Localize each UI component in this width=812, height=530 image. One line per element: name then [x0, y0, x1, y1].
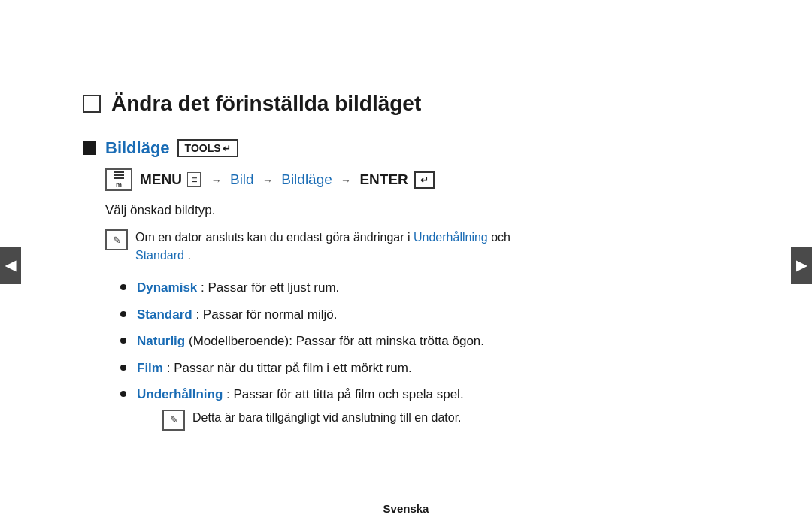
note1-mid: och: [491, 231, 511, 244]
arrow1: →: [211, 174, 222, 186]
bullet-link-0: Dynamisk: [137, 280, 197, 295]
enter-label: ENTER: [359, 171, 408, 187]
sub-note-icon: ✎: [162, 410, 185, 431]
menu-icon: m: [105, 168, 132, 191]
note-icon: ✎: [105, 229, 128, 250]
note1-link1: Underhållning: [414, 231, 488, 244]
bullet-link-1: Standard: [137, 307, 192, 322]
bullet-dot-icon: [120, 311, 126, 317]
list-item: Standard : Passar för normal miljö.: [120, 305, 729, 325]
tools-label: TOOLS: [185, 142, 221, 154]
bullet-text: Standard : Passar för normal miljö.: [137, 305, 337, 325]
sub-note-text: Detta är bara tillgängligt vid anslutnin…: [192, 409, 462, 427]
note1-link2: Standard: [135, 249, 184, 262]
page-title-row: Ändra det förinställda bildläget: [83, 92, 729, 116]
checkbox-icon: [83, 95, 101, 113]
menu-nav-text: MENU ≡ → Bild → Bildläge → ENTER ↵: [140, 171, 435, 189]
section-title: Bildläge: [105, 138, 170, 158]
black-square-icon: [83, 141, 96, 155]
tools-return-icon: ↵: [223, 143, 231, 154]
bullet-desc-3: : Passar när du tittar på film i ett mör…: [167, 361, 412, 375]
list-item: Dynamisk : Passar för ett ljust rum.: [120, 278, 729, 298]
list-item: Film : Passar när du tittar på film i et…: [120, 359, 729, 378]
bullet-link-4: Underhållning: [137, 387, 223, 401]
section-header-row: Bildläge TOOLS ↵: [83, 138, 729, 158]
page-container: ◀ ▶ Ändra det förinställda bildläget Bil…: [0, 0, 812, 530]
bullet-dot-icon: [120, 284, 126, 290]
bullet-dot-icon: [120, 365, 126, 371]
note1-text-start: Om en dator ansluts kan du endast göra ä…: [135, 231, 411, 244]
note1-row: ✎ Om en dator ansluts kan du endast göra…: [105, 229, 729, 265]
main-content: Ändra det förinställda bildläget Bildläg…: [68, 62, 744, 468]
left-nav-arrow[interactable]: ◀: [0, 247, 21, 284]
bullet-dot-icon: [120, 391, 126, 397]
bullet-text: Film : Passar när du tittar på film i et…: [137, 359, 412, 378]
menu-label: MENU: [140, 171, 182, 187]
note1-text: Om en dator ansluts kan du endast göra ä…: [135, 229, 511, 265]
pencil-icon: ✎: [113, 235, 121, 246]
description-text: Välj önskad bildtyp.: [105, 203, 729, 218]
bullet-text: Underhållning : Passar för att titta på …: [137, 385, 464, 404]
list-item: Underhållning : Passar för att titta på …: [120, 385, 729, 431]
nav-bildlage: Bildläge: [281, 171, 332, 187]
bullet-text: Dynamisk : Passar för ett ljust rum.: [137, 278, 339, 298]
menu-nav-row: m MENU ≡ → Bild → Bildläge → ENTER ↵: [105, 168, 729, 191]
list-item: Naturlig (Modellberoende): Passar för at…: [120, 332, 729, 351]
left-arrow-icon: ◀: [5, 257, 16, 274]
footer-language: Svenska: [383, 502, 429, 515]
page-title: Ändra det förinställda bildläget: [111, 92, 421, 116]
right-nav-arrow[interactable]: ▶: [791, 247, 812, 284]
bullet-desc-0: : Passar för ett ljust rum.: [201, 280, 339, 295]
arrow3: →: [341, 174, 351, 186]
bullet-list: Dynamisk : Passar för ett ljust rum. Sta…: [120, 278, 729, 431]
bullet-link-3: Film: [137, 361, 163, 375]
nav-bild: Bild: [230, 171, 254, 187]
tools-badge: TOOLS ↵: [177, 139, 238, 157]
bullet-desc-2: (Modellberoende): Passar för att minska …: [189, 334, 484, 348]
bullet-link-2: Naturlig: [137, 334, 185, 348]
sub-note-row: ✎ Detta är bara tillgängligt vid anslutn…: [162, 409, 464, 431]
bullet-desc-4: : Passar för att titta på film och spela…: [226, 387, 464, 401]
right-arrow-icon: ▶: [796, 257, 807, 274]
note1-end: .: [187, 249, 190, 262]
sub-pencil-icon: ✎: [170, 414, 178, 426]
bullet-text: Naturlig (Modellberoende): Passar för at…: [137, 332, 484, 351]
bullet-dot-icon: [120, 338, 126, 344]
bullet-desc-1: : Passar för normal miljö.: [195, 307, 337, 322]
arrow2: →: [262, 174, 273, 186]
